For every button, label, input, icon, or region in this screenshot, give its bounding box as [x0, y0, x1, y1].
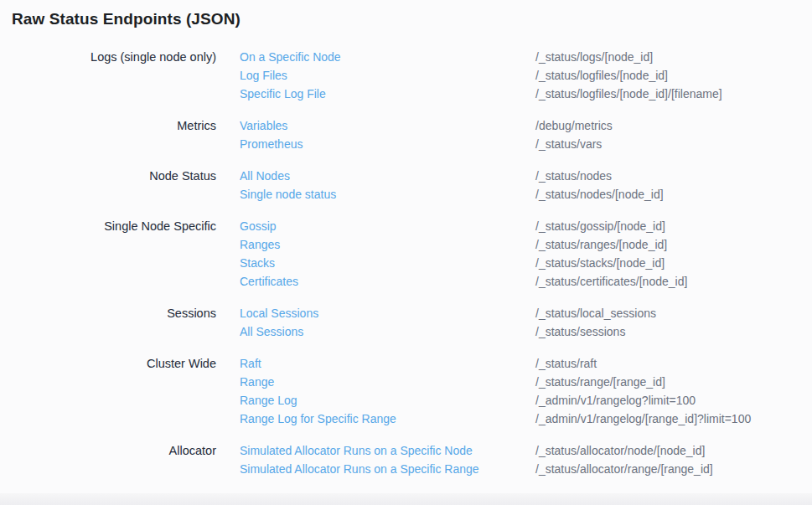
endpoint-link[interactable]: Range Log	[240, 391, 535, 410]
entry-list: Simulated Allocator Runs on a Specific N…	[240, 441, 812, 478]
endpoint-path: /_status/nodes/[node_id]	[535, 185, 812, 204]
endpoint-row: All Sessions/_status/sessions	[240, 322, 812, 341]
endpoint-row: Prometheus/_status/vars	[240, 135, 812, 153]
endpoint-path: /_status/nodes	[535, 167, 812, 185]
endpoint-link[interactable]: Stacks	[240, 254, 535, 272]
entry-list: Local Sessions/_status/local_sessionsAll…	[240, 304, 812, 341]
endpoint-path: /_status/vars	[535, 135, 812, 153]
endpoint-path: /_status/logs/[node_id]	[535, 48, 812, 66]
endpoint-group: Logs (single node only) On a Specific No…	[0, 48, 812, 103]
endpoint-row: Ranges/_status/ranges/[node_id]	[240, 235, 812, 254]
endpoint-path: /_admin/v1/rangelog/[range_id]?limit=100	[535, 410, 812, 428]
endpoint-link[interactable]: All Nodes	[240, 167, 535, 185]
endpoint-group: Metrics Variables/debug/metricsPrometheu…	[0, 116, 812, 153]
endpoint-row: Stacks/_status/stacks/[node_id]	[240, 254, 812, 272]
endpoint-path: /_status/sessions	[535, 322, 812, 341]
entry-list: All Nodes/_status/nodesSingle node statu…	[240, 167, 812, 204]
endpoint-row: Range Log for Specific Range/_admin/v1/r…	[240, 410, 812, 428]
endpoint-row: Local Sessions/_status/local_sessions	[240, 304, 812, 322]
endpoint-group: Sessions Local Sessions/_status/local_se…	[0, 304, 812, 341]
endpoint-link[interactable]: Simulated Allocator Runs on a Specific R…	[240, 460, 535, 478]
endpoint-link[interactable]: All Sessions	[240, 322, 535, 341]
page-title: Raw Status Endpoints (JSON)	[12, 10, 240, 28]
endpoint-row: Variables/debug/metrics	[240, 116, 812, 135]
endpoint-row: Simulated Allocator Runs on a Specific R…	[240, 460, 812, 478]
endpoint-link[interactable]: Prometheus	[240, 135, 535, 153]
endpoint-group: Node Status All Nodes/_status/nodesSingl…	[0, 167, 812, 204]
endpoint-row: Raft/_status/raft	[240, 354, 812, 373]
endpoint-path: /_status/stacks/[node_id]	[535, 254, 812, 272]
category-label: Cluster Wide	[0, 354, 216, 428]
endpoint-path: /_status/local_sessions	[535, 304, 812, 322]
endpoint-path: /_status/ranges/[node_id]	[535, 235, 812, 254]
endpoint-path: /_status/allocator/range/[range_id]	[535, 460, 812, 478]
category-label: Sessions	[0, 304, 216, 341]
endpoint-row: On a Specific Node/_status/logs/[node_id…	[240, 48, 812, 66]
endpoint-path: /debug/metrics	[535, 116, 812, 135]
endpoint-link[interactable]: On a Specific Node	[240, 48, 535, 66]
endpoint-path: /_status/range/[range_id]	[535, 373, 812, 391]
endpoint-row: Specific Log File/_status/logfiles/[node…	[240, 85, 812, 103]
endpoint-link[interactable]: Raft	[240, 354, 535, 373]
endpoint-group: Single Node Specific Gossip/_status/goss…	[0, 217, 812, 291]
category-label: Logs (single node only)	[0, 48, 216, 103]
endpoint-link[interactable]: Simulated Allocator Runs on a Specific N…	[240, 441, 535, 460]
entry-list: Variables/debug/metricsPrometheus/_statu…	[240, 116, 812, 153]
endpoint-row: Range Log/_admin/v1/rangelog?limit=100	[240, 391, 812, 410]
category-label: Metrics	[0, 116, 216, 153]
endpoint-link[interactable]: Ranges	[240, 235, 535, 254]
endpoint-path: /_status/logfiles/[node_id]	[535, 66, 812, 85]
endpoint-link[interactable]: Log Files	[240, 66, 535, 85]
endpoint-path: /_admin/v1/rangelog?limit=100	[535, 391, 812, 410]
endpoint-row: All Nodes/_status/nodes	[240, 167, 812, 185]
category-label: Allocator	[0, 441, 216, 478]
endpoint-path: /_status/allocator/node/[node_id]	[535, 441, 812, 460]
footer-band	[0, 493, 812, 505]
endpoint-path: /_status/raft	[535, 354, 812, 373]
endpoint-groups: Logs (single node only) On a Specific No…	[0, 48, 812, 492]
category-label: Single Node Specific	[0, 217, 216, 291]
entry-list: Raft/_status/raftRange/_status/range/[ra…	[240, 354, 812, 428]
endpoint-link[interactable]: Variables	[240, 116, 535, 135]
endpoint-row: Gossip/_status/gossip/[node_id]	[240, 217, 812, 235]
endpoint-path: /_status/logfiles/[node_id]/[filename]	[535, 85, 812, 103]
endpoint-link[interactable]: Single node status	[240, 185, 535, 204]
raw-status-endpoints-page: { "title": "Raw Status Endpoints (JSON)"…	[0, 0, 812, 505]
endpoint-row: Range/_status/range/[range_id]	[240, 373, 812, 391]
endpoint-group: Allocator Simulated Allocator Runs on a …	[0, 441, 812, 478]
endpoint-link[interactable]: Range	[240, 373, 535, 391]
entry-list: On a Specific Node/_status/logs/[node_id…	[240, 48, 812, 103]
endpoint-group: Cluster Wide Raft/_status/raftRange/_sta…	[0, 354, 812, 428]
endpoint-row: Certificates/_status/certificates/[node_…	[240, 272, 812, 291]
endpoint-link[interactable]: Range Log for Specific Range	[240, 410, 535, 428]
endpoint-link[interactable]: Certificates	[240, 272, 535, 291]
endpoint-link[interactable]: Specific Log File	[240, 85, 535, 103]
endpoint-path: /_status/certificates/[node_id]	[535, 272, 812, 291]
category-label: Node Status	[0, 167, 216, 204]
endpoint-row: Log Files/_status/logfiles/[node_id]	[240, 66, 812, 85]
endpoint-link[interactable]: Local Sessions	[240, 304, 535, 322]
endpoint-link[interactable]: Gossip	[240, 217, 535, 235]
endpoint-row: Simulated Allocator Runs on a Specific N…	[240, 441, 812, 460]
entry-list: Gossip/_status/gossip/[node_id]Ranges/_s…	[240, 217, 812, 291]
endpoint-path: /_status/gossip/[node_id]	[535, 217, 812, 235]
endpoint-row: Single node status/_status/nodes/[node_i…	[240, 185, 812, 204]
